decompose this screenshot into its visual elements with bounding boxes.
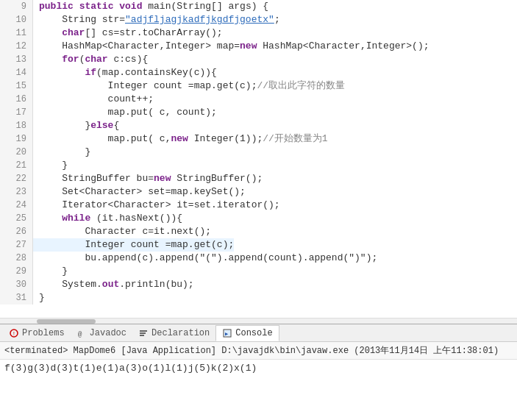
line-number: 13 xyxy=(0,53,33,66)
line-content: Iterator<Character> it=set.iterator(); xyxy=(33,199,280,212)
horizontal-scrollbar[interactable] xyxy=(0,318,517,324)
line-number: 9 xyxy=(0,0,33,13)
line-content: public static void main(String[] args) { xyxy=(33,0,268,13)
problems-tab-label: Problems xyxy=(22,328,65,338)
code-line: 28 bu.append(c).append("(").append(count… xyxy=(0,252,517,265)
line-content: count++; xyxy=(33,93,154,106)
line-number: 18 xyxy=(0,119,33,132)
javadoc-tab-icon: @ xyxy=(76,328,87,338)
declaration-tab-icon xyxy=(138,328,149,338)
code-line: 12 HashMap<Character,Integer> map=new Ha… xyxy=(0,40,517,53)
line-number: 17 xyxy=(0,106,33,119)
line-number: 12 xyxy=(0,40,33,53)
code-line: 21 } xyxy=(0,159,517,172)
code-line: 30 System.out.println(bu); xyxy=(0,278,517,291)
code-editor: 9public static void main(String[] args) … xyxy=(0,0,517,324)
code-line: 13 for(char c:cs){ xyxy=(0,53,517,66)
console-tab-icon: ▶ xyxy=(222,328,232,338)
console-output: f(3)g(3)d(3)t(1)e(1)a(3)o(1)l(1)j(5)k(2)… xyxy=(0,360,517,420)
line-number: 20 xyxy=(0,146,33,159)
line-content: for(char c:cs){ xyxy=(33,53,148,66)
line-number: 14 xyxy=(0,66,33,79)
declaration-tab-label: Declaration xyxy=(151,328,210,338)
line-content: map.put( c, count); xyxy=(33,106,217,119)
code-line: 26 Character c=it.next(); xyxy=(0,225,517,238)
bottom-panel: !Problems@JavadocDeclaration▶Console <te… xyxy=(0,324,517,420)
line-content: } xyxy=(33,291,45,305)
line-content: char[] cs=str.toCharArray(); xyxy=(33,26,223,40)
line-number: 19 xyxy=(0,132,33,146)
line-number: 30 xyxy=(0,278,33,291)
line-number: 16 xyxy=(0,93,33,106)
line-content: Set<Character> set=map.keySet(); xyxy=(33,185,246,199)
line-number: 11 xyxy=(0,26,33,40)
line-content: StringBuffer bu=new StringBuffer(); xyxy=(33,172,263,185)
code-line: 14 if(map.containsKey(c)){ xyxy=(0,66,517,79)
code-line: 24 Iterator<Character> it=set.iterator()… xyxy=(0,199,517,212)
line-content: Character c=it.next(); xyxy=(33,225,211,238)
line-content: String str="adjfljagjkadfjkgdfjgoetx"; xyxy=(33,13,280,26)
line-content: HashMap<Character,Integer> map=new HashM… xyxy=(33,40,429,53)
tab-javadoc[interactable]: @Javadoc xyxy=(71,325,132,341)
code-lines: 9public static void main(String[] args) … xyxy=(0,0,517,318)
line-number: 24 xyxy=(0,199,33,212)
svg-rect-3 xyxy=(140,330,147,332)
line-content: while (it.hasNext()){ xyxy=(33,212,182,225)
line-content: System.out.println(bu); xyxy=(33,278,194,291)
javadoc-tab-label: Javadoc xyxy=(90,328,126,338)
code-line: 20 } xyxy=(0,146,517,159)
code-line: 9public static void main(String[] args) … xyxy=(0,0,517,13)
line-content: if(map.containsKey(c)){ xyxy=(33,66,217,79)
line-number: 31 xyxy=(0,291,33,305)
tab-problems[interactable]: !Problems xyxy=(3,325,71,341)
code-line: 23 Set<Character> set=map.keySet(); xyxy=(0,185,517,199)
svg-text:@: @ xyxy=(78,331,82,338)
line-content: } xyxy=(33,146,90,159)
line-number: 15 xyxy=(0,79,33,93)
line-content: Integer count =map.get(c); xyxy=(33,238,234,252)
code-line: 15 Integer count =map.get(c);//取出此字符的数量 xyxy=(0,79,517,93)
line-number: 22 xyxy=(0,172,33,185)
problems-tab-icon: ! xyxy=(9,328,19,338)
line-number: 28 xyxy=(0,252,33,265)
code-line: 16 count++; xyxy=(0,93,517,106)
svg-rect-4 xyxy=(140,332,146,334)
console-tab-label: Console xyxy=(235,328,272,338)
code-line: 17 map.put( c, count); xyxy=(0,106,517,119)
svg-rect-5 xyxy=(140,335,144,336)
scrollbar-thumb[interactable] xyxy=(37,319,96,324)
line-content: map.put( c,new Integer(1));//开始数量为1 xyxy=(33,132,328,146)
line-number: 10 xyxy=(0,13,33,26)
line-content: }else{ xyxy=(33,119,119,132)
line-number: 29 xyxy=(0,265,33,278)
tab-console[interactable]: ▶Console xyxy=(215,325,279,341)
line-content: } xyxy=(33,265,68,278)
tab-bar: !Problems@JavadocDeclaration▶Console xyxy=(0,324,517,342)
line-content: bu.append(c).append("(").append(count).a… xyxy=(33,252,377,265)
code-line: 19 map.put( c,new Integer(1));//开始数量为1 xyxy=(0,132,517,146)
code-line: 31} xyxy=(0,291,517,305)
code-line: 27 Integer count =map.get(c); xyxy=(0,238,517,252)
tab-declaration[interactable]: Declaration xyxy=(132,325,215,341)
code-line: 18 }else{ xyxy=(0,119,517,132)
line-number: 27 xyxy=(0,238,33,252)
code-line: 25 while (it.hasNext()){ xyxy=(0,212,517,225)
code-line: 22 StringBuffer bu=new StringBuffer(); xyxy=(0,172,517,185)
svg-text:!: ! xyxy=(13,330,16,337)
line-number: 21 xyxy=(0,159,33,172)
code-line: 10 String str="adjfljagjkadfjkgdfjgoetx"… xyxy=(0,13,517,26)
line-number: 25 xyxy=(0,212,33,225)
code-line: 29 } xyxy=(0,265,517,278)
console-header: <terminated> MapDome6 [Java Application]… xyxy=(0,342,517,360)
line-number: 26 xyxy=(0,225,33,238)
line-content: Integer count =map.get(c);//取出此字符的数量 xyxy=(33,79,345,93)
line-content: } xyxy=(33,159,68,172)
code-line: 11 char[] cs=str.toCharArray(); xyxy=(0,26,517,40)
line-number: 23 xyxy=(0,185,33,199)
